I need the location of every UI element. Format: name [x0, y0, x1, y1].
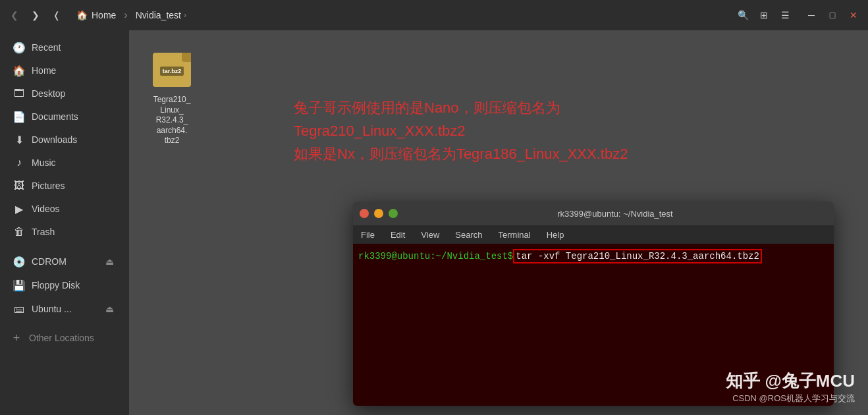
- sidebar-item-documents[interactable]: 📄 Documents: [3, 105, 126, 128]
- terminal-title: rk3399@ubuntu: ~/Nvidia_test: [403, 209, 827, 219]
- sidebar-item-videos[interactable]: ▶ Videos: [3, 198, 126, 220]
- videos-icon: ▶: [13, 203, 25, 215]
- terminal-menu-search[interactable]: Search: [452, 229, 485, 241]
- recent-icon: 🕐: [13, 42, 25, 53]
- sidebar-desktop-label: Desktop: [32, 88, 65, 99]
- sidebar-ubuntu-label: Ubuntu ...: [32, 304, 72, 314]
- sidebar-other-locations-label: Other Locations: [29, 333, 94, 343]
- terminal-titlebar: rk3399@ubuntu: ~/Nvidia_test: [353, 202, 834, 225]
- search-button[interactable]: 🔍: [734, 6, 752, 24]
- sidebar-item-floppy[interactable]: 💾 Floppy Disk: [3, 274, 126, 296]
- sidebar-downloads-label: Downloads: [32, 134, 77, 145]
- home-label: Home: [92, 10, 116, 20]
- breadcrumb-home[interactable]: 🏠 Home: [71, 7, 121, 23]
- chevron-right-icon: ›: [184, 11, 186, 20]
- breadcrumb-separator: ›: [124, 9, 127, 21]
- watermark-main: 知乎 @兔子MCU: [726, 370, 855, 393]
- forward-button[interactable]: ❯: [26, 6, 45, 24]
- sidebar-item-home[interactable]: 🏠 Home: [3, 59, 126, 82]
- sidebar-item-pictures[interactable]: 🖼 Pictures: [3, 175, 126, 197]
- floppy-icon: 💾: [13, 279, 25, 291]
- view-toggle-button[interactable]: ⊞: [755, 6, 773, 24]
- home-icon: 🏠: [76, 10, 88, 20]
- sidebar-floppy-label: Floppy Disk: [32, 280, 80, 290]
- terminal-menubar: File Edit View Search Terminal Help: [353, 225, 834, 244]
- file-item-tegra[interactable]: tar.bz2 Tegra210_Linux_R32.4.3_aarch64.t…: [142, 43, 202, 152]
- sidebar-item-desktop[interactable]: 🗔 Desktop: [3, 82, 126, 105]
- sidebar-item-cdrom[interactable]: 💿 CDROM ⏏: [3, 250, 126, 273]
- sidebar-item-music[interactable]: ♪ Music: [3, 152, 126, 174]
- terminal-menu-help[interactable]: Help: [544, 229, 567, 241]
- terminal-menu-file[interactable]: File: [358, 229, 377, 241]
- terminal-command-line: rk3399@ubuntu:~/Nvidia_test$ tar -xvf Te…: [358, 249, 828, 263]
- pictures-icon: 🖼: [13, 180, 25, 192]
- sidebar-pictures-label: Pictures: [32, 180, 65, 191]
- up-button[interactable]: ❬: [47, 6, 66, 24]
- terminal-command: tar -xvf Tegra210_Linux_R32.4.3_aarch64.…: [513, 249, 762, 263]
- tar-bz2-label: tar.bz2: [160, 67, 184, 76]
- file-content: tar.bz2 Tegra210_Linux_R32.4.3_aarch64.t…: [129, 30, 868, 415]
- terminal-menu-terminal[interactable]: Terminal: [496, 229, 533, 241]
- sidebar: 🕐 Recent 🏠 Home 🗔 Desktop 📄 Documents ⬇ …: [0, 30, 129, 415]
- downloads-icon: ⬇: [13, 134, 25, 146]
- overlay-line3: 如果是Nx，则压缩包名为Tegra186_Linux_XXX.tbz2: [294, 142, 855, 165]
- window-close-button[interactable]: ✕: [844, 6, 863, 24]
- file-name-tegra: Tegra210_Linux_R32.4.3_aarch64.tbz2: [153, 95, 191, 146]
- tar-bz2-icon: tar.bz2: [153, 53, 191, 87]
- sidebar-music-label: Music: [32, 157, 56, 168]
- back-button[interactable]: ❮: [5, 6, 24, 24]
- overlay-line2: Tegra210_Linux_XXX.tbz2: [294, 119, 855, 142]
- terminal-maximize-button[interactable]: [389, 209, 398, 218]
- cdrom-icon: 💿: [13, 256, 25, 267]
- toolbar: ❮ ❯ ❬ 🏠 Home › Nvidia_test › 🔍 ⊞ ☰ ─ □ ✕: [0, 0, 868, 30]
- window-maximize-button[interactable]: □: [823, 6, 842, 24]
- music-icon: ♪: [13, 157, 25, 169]
- overlay-annotation: 兔子哥示例使用的是Nano，则压缩包名为 Tegra210_Linux_XXX.…: [294, 96, 855, 166]
- menu-button[interactable]: ☰: [776, 6, 794, 24]
- terminal-menu-edit[interactable]: Edit: [388, 229, 408, 241]
- ubuntu-drive-icon: 🖴: [13, 303, 25, 315]
- terminal-menu-view[interactable]: View: [418, 229, 442, 241]
- sidebar-recent-label: Recent: [32, 42, 61, 53]
- current-folder-label: Nvidia_test: [136, 10, 181, 20]
- trash-icon: 🗑: [13, 226, 25, 238]
- sidebar-documents-label: Documents: [32, 111, 78, 122]
- home-sidebar-icon: 🏠: [13, 65, 25, 76]
- sidebar-trash-label: Trash: [32, 227, 55, 237]
- watermark: 知乎 @兔子MCU CSDN @ROS机器人学习与交流: [726, 370, 855, 404]
- breadcrumb-current[interactable]: Nvidia_test ›: [130, 7, 192, 23]
- sidebar-cdrom-label: CDROM: [32, 256, 67, 267]
- ubuntu-eject-icon[interactable]: ⏏: [103, 302, 116, 316]
- watermark-sub: CSDN @ROS机器人学习与交流: [726, 393, 855, 404]
- window-minimize-button[interactable]: ─: [802, 6, 821, 24]
- terminal-minimize-button[interactable]: [374, 209, 383, 218]
- terminal-close-button[interactable]: [360, 209, 369, 218]
- terminal-prompt: rk3399@ubuntu:~/Nvidia_test$: [358, 251, 513, 262]
- sidebar-item-ubuntu[interactable]: 🖴 Ubuntu ... ⏏: [3, 297, 126, 321]
- sidebar-home-label: Home: [32, 65, 56, 76]
- desktop-icon: 🗔: [13, 88, 25, 99]
- documents-icon: 📄: [13, 111, 25, 123]
- breadcrumb: 🏠 Home › Nvidia_test ›: [71, 7, 192, 23]
- sidebar-item-downloads[interactable]: ⬇ Downloads: [3, 128, 126, 151]
- main-area: 🕐 Recent 🏠 Home 🗔 Desktop 📄 Documents ⬇ …: [0, 30, 868, 415]
- sidebar-item-other-locations[interactable]: + Other Locations: [0, 327, 129, 349]
- cdrom-eject-icon[interactable]: ⏏: [103, 255, 116, 268]
- other-locations-add-icon: +: [11, 332, 22, 344]
- sidebar-videos-label: Videos: [32, 204, 60, 214]
- file-icon-tegra: tar.bz2: [151, 49, 193, 91]
- sidebar-item-trash[interactable]: 🗑 Trash: [3, 221, 126, 243]
- sidebar-item-recent[interactable]: 🕐 Recent: [3, 36, 126, 59]
- overlay-line1: 兔子哥示例使用的是Nano，则压缩包名为: [294, 96, 855, 119]
- toolbar-right: 🔍 ⊞ ☰ ─ □ ✕: [734, 6, 863, 24]
